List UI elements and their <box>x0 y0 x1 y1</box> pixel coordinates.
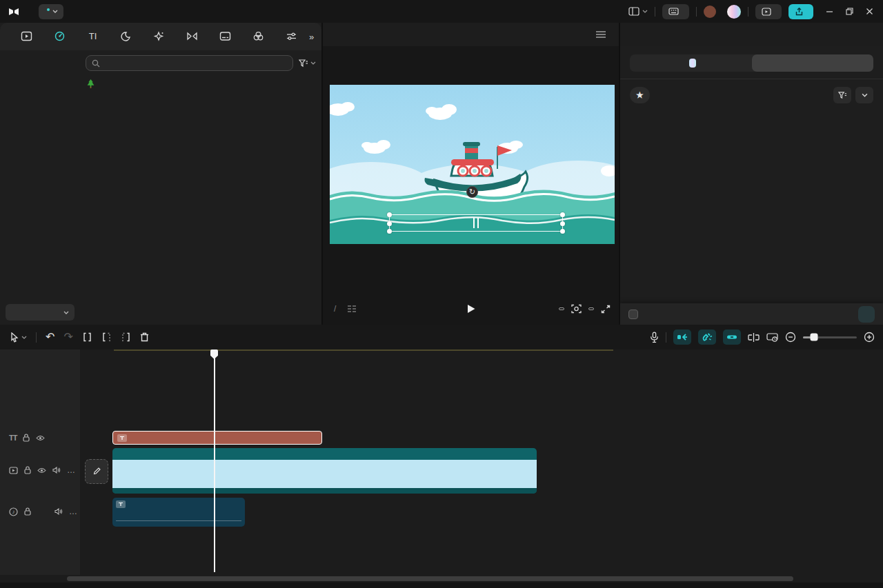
audio-clip[interactable] <box>112 498 245 527</box>
delete-button[interactable] <box>140 332 149 342</box>
sound-effects-button[interactable] <box>6 304 75 321</box>
tab-filters[interactable] <box>241 31 275 43</box>
voice-filter-button[interactable] <box>833 87 851 103</box>
video-track-icon <box>9 467 18 474</box>
edit-cover-button[interactable] <box>85 459 108 484</box>
close-button[interactable] <box>866 8 873 15</box>
resize-handle[interactable] <box>560 229 565 234</box>
video-preview[interactable]: ⚓ <box>330 85 615 244</box>
resize-handle[interactable] <box>387 212 392 217</box>
select-tool-button[interactable] <box>10 332 27 343</box>
menu-button[interactable] <box>39 4 63 19</box>
magnetic-snap-toggle[interactable] <box>698 330 716 345</box>
zoom-out-button[interactable] <box>785 332 796 343</box>
tab-text[interactable]: TI <box>76 31 109 43</box>
join-pro-button[interactable] <box>727 5 741 19</box>
chips-expand-button[interactable] <box>855 87 873 103</box>
link-clips-toggle[interactable] <box>723 330 741 345</box>
timeline-zoom-slider[interactable] <box>803 336 857 338</box>
titlebar <box>0 0 883 23</box>
text-to-speech-segment[interactable] <box>752 54 874 72</box>
play-button[interactable] <box>466 304 475 314</box>
account-chip[interactable] <box>704 6 720 18</box>
rotate-handle[interactable]: ↻ <box>466 186 478 198</box>
tab-stickers[interactable] <box>109 31 142 43</box>
tab-captions[interactable] <box>208 31 241 43</box>
tab-transitions[interactable] <box>175 31 208 43</box>
horizontal-scrollbar[interactable] <box>67 576 793 581</box>
tab-audio[interactable] <box>43 31 76 43</box>
tab-adjustment[interactable] <box>275 31 308 43</box>
search-bar[interactable] <box>86 55 293 71</box>
tab-effects[interactable] <box>142 31 175 43</box>
music-filter-button[interactable] <box>299 59 316 68</box>
capcut-app: TI » <box>0 0 883 588</box>
music-list <box>80 50 321 325</box>
timeline-view-button[interactable] <box>766 333 778 342</box>
resize-handle[interactable] <box>387 221 392 226</box>
track-more-button[interactable]: … <box>69 507 78 516</box>
search-icon <box>92 59 100 68</box>
full-quality-button[interactable] <box>559 307 564 310</box>
voice-source-toggle <box>630 54 873 72</box>
lock-icon[interactable] <box>24 507 31 516</box>
divider <box>666 332 666 343</box>
ripple-delete-toggle[interactable] <box>673 330 691 345</box>
divider <box>696 7 697 17</box>
mute-icon[interactable] <box>54 508 63 515</box>
text-clip[interactable] <box>112 431 322 445</box>
redo-button[interactable]: ↷ <box>63 332 72 343</box>
custom-voices-segment[interactable] <box>630 54 752 72</box>
split-keep-left-button[interactable] <box>101 332 112 342</box>
favorites-filter-chip[interactable]: ★ <box>630 87 650 103</box>
fullscreen-button[interactable] <box>601 305 611 314</box>
update-speech-checkbox[interactable] <box>628 310 638 319</box>
track-headers: TT … ♪ … <box>0 349 80 575</box>
keyboard-icon <box>668 8 679 15</box>
zoom-slider-knob[interactable] <box>810 334 817 341</box>
divider <box>620 79 883 79</box>
split-keep-right-button[interactable] <box>121 332 131 342</box>
layout-button[interactable] <box>628 7 648 16</box>
video-clip[interactable] <box>112 448 537 494</box>
lock-icon[interactable] <box>23 434 30 442</box>
sidebar-fade <box>0 289 80 304</box>
text-to-speech-panel: ★ <box>620 23 883 325</box>
text-cursor-handle-right[interactable] <box>477 218 479 228</box>
maximize-button[interactable] <box>846 8 853 15</box>
tabs-expand-chevron[interactable]: » <box>309 32 314 42</box>
eye-icon[interactable] <box>36 435 45 441</box>
resize-handle[interactable] <box>387 229 392 234</box>
player-menu-icon[interactable] <box>595 30 606 39</box>
record-voiceover-button[interactable] <box>650 332 659 343</box>
svg-text:♪: ♪ <box>12 509 15 515</box>
text-cursor-handle-left[interactable] <box>473 218 475 228</box>
lock-icon[interactable] <box>24 466 31 474</box>
minimize-button[interactable] <box>826 8 833 15</box>
playhead-handle[interactable] <box>210 349 218 359</box>
shortcuts-button[interactable] <box>662 4 689 19</box>
export-button[interactable] <box>788 4 813 19</box>
frame-list-icon[interactable] <box>347 305 357 313</box>
search-input[interactable] <box>104 59 287 68</box>
tab-media[interactable] <box>10 31 43 43</box>
export-icon <box>795 8 803 16</box>
split-preview-button[interactable] <box>748 333 760 342</box>
generate-speech-button[interactable] <box>858 306 875 323</box>
resize-handle[interactable] <box>560 221 565 226</box>
split-button[interactable] <box>82 332 92 342</box>
track-more-button[interactable]: … <box>67 465 76 475</box>
menu-notification-dot <box>47 8 50 11</box>
text-clip-icon <box>117 434 127 442</box>
preview-focus-button[interactable] <box>571 304 582 314</box>
mute-icon[interactable] <box>52 467 61 474</box>
undo-button[interactable]: ↶ <box>46 332 54 343</box>
caption-selection-box[interactable] <box>389 214 563 232</box>
eye-icon[interactable] <box>37 467 46 474</box>
resize-handle[interactable] <box>560 212 565 217</box>
avatar <box>704 6 716 18</box>
share-button[interactable] <box>755 4 782 19</box>
music-categories-sidebar <box>0 50 80 325</box>
ratio-button[interactable] <box>588 307 594 310</box>
zoom-in-button[interactable] <box>864 332 875 343</box>
